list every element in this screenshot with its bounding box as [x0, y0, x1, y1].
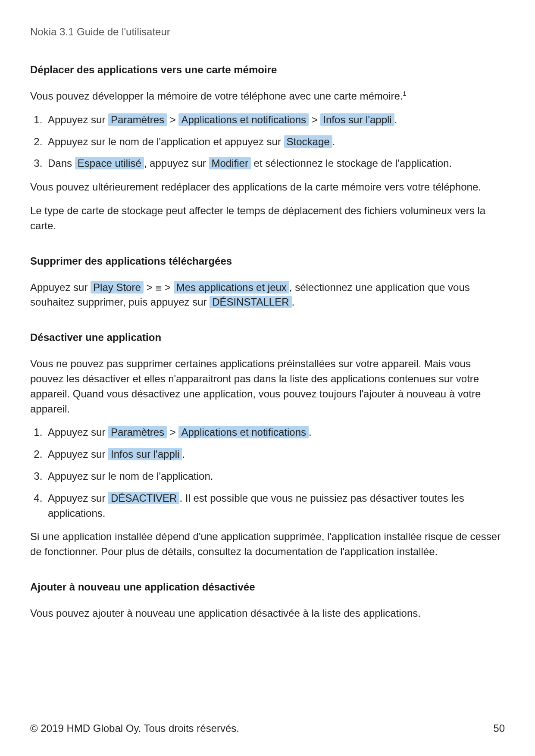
list-item: Appuyez sur Paramètres > Applications et…: [45, 112, 505, 128]
paragraph: Appuyez sur Play Store > ≡ > Mes applica…: [30, 280, 505, 310]
text: Appuyez sur: [48, 448, 108, 460]
ui-apps-notifications: Applications et notifications: [178, 113, 309, 126]
text: .: [309, 426, 312, 438]
text: , appuyez sur: [144, 157, 209, 169]
list-item: Appuyez sur le nom de l'application.: [45, 469, 505, 484]
text: Dans: [48, 157, 75, 169]
text: Appuyez sur: [48, 492, 108, 504]
section-title-move-apps: Déplacer des applications vers une carte…: [30, 64, 505, 76]
ui-play-store: Play Store: [91, 281, 144, 294]
ordered-list: Appuyez sur Paramètres > Applications et…: [30, 425, 505, 521]
hamburger-icon: ≡: [155, 282, 162, 294]
paragraph: Si une application installée dépend d'un…: [30, 529, 505, 559]
ui-app-info: Infos sur l'appli: [320, 113, 394, 126]
text: >: [162, 281, 173, 293]
text: Vous pouvez développer la mémoire de vot…: [30, 90, 403, 102]
ui-settings: Paramètres: [108, 426, 167, 438]
page-number: 50: [493, 722, 505, 734]
text: .: [182, 448, 185, 460]
text: Appuyez sur: [48, 426, 108, 438]
text: et sélectionnez le stockage de l'applica…: [251, 157, 452, 169]
text: Appuyez sur: [30, 281, 91, 293]
list-item: Appuyez sur Paramètres > Applications et…: [45, 425, 505, 440]
ui-modify: Modifier: [209, 157, 251, 169]
text: .: [332, 136, 335, 147]
ordered-list: Appuyez sur Paramètres > Applications et…: [30, 112, 505, 171]
ui-used-space: Espace utilisé: [75, 157, 144, 169]
page: Nokia 3.1 Guide de l'utilisateur Déplace…: [0, 0, 535, 756]
text: Appuyez sur le nom de l'application et a…: [48, 136, 284, 147]
paragraph: Le type de carte de stockage peut affect…: [30, 203, 505, 234]
ui-uninstall: DÉSINSTALLER: [210, 296, 291, 308]
list-item: Appuyez sur Infos sur l'appli.: [45, 447, 505, 462]
ui-my-apps: Mes applications et jeux: [174, 281, 289, 294]
text: >: [144, 281, 155, 293]
ui-storage: Stockage: [284, 135, 332, 148]
section-title-readd-app: Ajouter à nouveau une application désact…: [30, 581, 505, 593]
ui-settings: Paramètres: [108, 113, 167, 126]
paragraph: Vous ne pouvez pas supprimer certaines a…: [30, 356, 505, 416]
footnote-ref: 1: [403, 90, 407, 97]
ui-disable: DÉSACTIVER: [108, 492, 179, 504]
paragraph: Vous pouvez ajouter à nouveau une applic…: [30, 606, 505, 621]
ui-apps-notifications: Applications et notifications: [178, 426, 309, 438]
ui-app-info: Infos sur l'appli: [108, 448, 182, 460]
paragraph: Vous pouvez développer la mémoire de vot…: [30, 89, 505, 104]
document-header-title: Nokia 3.1 Guide de l'utilisateur: [30, 26, 505, 38]
section-title-delete-apps: Supprimer des applications téléchargées: [30, 255, 505, 267]
page-footer: © 2019 HMD Global Oy. Tous droits réserv…: [30, 722, 505, 734]
text: .: [394, 114, 397, 125]
copyright-text: © 2019 HMD Global Oy. Tous droits réserv…: [30, 722, 239, 734]
list-item: Appuyez sur le nom de l'application et a…: [45, 134, 505, 150]
list-item: Dans Espace utilisé, appuyez sur Modifie…: [45, 156, 505, 171]
text: Appuyez sur: [48, 114, 108, 125]
paragraph: Vous pouvez ultérieurement redéplacer de…: [30, 180, 505, 195]
list-item: Appuyez sur DÉSACTIVER. Il est possible …: [45, 491, 505, 521]
text: .: [292, 296, 295, 308]
section-title-disable-app: Désactiver une application: [30, 331, 505, 344]
